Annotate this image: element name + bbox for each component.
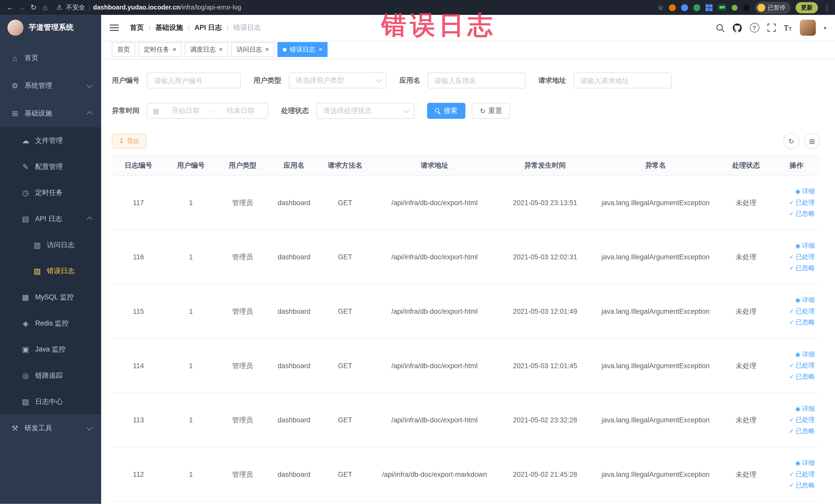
bookmark-star-icon[interactable]: ☆ — [657, 3, 664, 11]
extension-paw-icon[interactable] — [743, 4, 750, 11]
ignored-link[interactable]: ✓已忽略 — [777, 208, 815, 220]
home-icon[interactable]: ⌂ — [40, 3, 51, 12]
tab-scheduled-jobs[interactable]: 定时任务× — [138, 42, 182, 57]
sidebar-item-mysql-monitor[interactable]: ▦ MySQL 监控 — [0, 284, 101, 310]
processed-link[interactable]: ✓已处理 — [777, 251, 815, 263]
breadcrumb-home[interactable]: 首页 — [130, 23, 144, 32]
column-settings-button[interactable]: ⊞ — [804, 133, 820, 149]
sidebar-item-api-logs[interactable]: ▤ API 日志 — [0, 206, 101, 232]
cell-exception: java.lang.IllegalArgumentException — [592, 176, 719, 230]
app-name-input[interactable] — [428, 73, 526, 88]
cloud-file-icon: ☁ — [21, 136, 30, 144]
log-icon: ▤ — [21, 215, 30, 223]
detail-link[interactable]: ◉详细 — [777, 403, 815, 415]
url-text[interactable]: dashboard.yudao.iocoder.cn/infra/log/api… — [93, 4, 241, 11]
cell-method: GET — [320, 284, 371, 339]
table-row: 113 1 管理员 dashboard GET /api/infra/db-do… — [112, 393, 820, 447]
ignored-link[interactable]: ✓已忽略 — [777, 317, 815, 328]
sidebar-item-infrastructure[interactable]: ⊞ 基础设施 — [0, 100, 101, 127]
cell-exception: java.lang.IllegalArgumentException — [592, 393, 719, 447]
search-button[interactable]: 搜索 — [427, 103, 465, 119]
close-icon[interactable]: × — [172, 46, 176, 53]
filter-row-2: 异常时间 ▦ 开始日期 - 结束日期 处理状态 请选择处理状态 — [112, 103, 820, 119]
font-size-icon[interactable]: TT — [784, 24, 792, 32]
extension-blue-icon[interactable] — [681, 4, 688, 11]
profile-chip[interactable]: 已暂停 — [755, 2, 790, 13]
sidebar-item-access-log[interactable]: ▥ 访问日志 — [0, 231, 101, 258]
sidebar-item-java-monitor[interactable]: ▣ Java 监控 — [0, 336, 101, 362]
address-bar[interactable]: ⚠ 不安全 dashboard.yudao.iocoder.cn/infra/l… — [57, 3, 657, 12]
security-label[interactable]: 不安全 — [66, 3, 85, 12]
user-id-input[interactable] — [147, 73, 241, 88]
sidebar-item-scheduled-jobs[interactable]: ◷ 定时任务 — [0, 180, 101, 206]
export-button[interactable]: ↧ 导出 — [112, 134, 147, 149]
search-icon[interactable] — [716, 23, 725, 32]
breadcrumb-infrastructure[interactable]: 基础设施 — [155, 23, 183, 32]
sidebar-item-dev-tools[interactable]: ⚒ 研发工具 — [0, 415, 101, 442]
detail-link[interactable]: ◉详细 — [777, 186, 815, 197]
refresh-table-button[interactable]: ↻ — [783, 133, 799, 149]
chevron-down-icon — [403, 107, 409, 113]
extension-orange-icon[interactable] — [669, 4, 676, 11]
detail-link[interactable]: ◉详细 — [777, 458, 815, 469]
update-button[interactable]: 更新 — [795, 2, 818, 13]
forward-icon[interactable]: → — [16, 3, 28, 12]
breadcrumb-api-logs[interactable]: API 日志 — [195, 23, 222, 32]
tab-home[interactable]: 首页 — [112, 42, 135, 57]
back-icon[interactable]: ← — [4, 3, 16, 12]
github-icon[interactable] — [733, 23, 741, 32]
eye-icon: ◉ — [795, 295, 800, 306]
tab-access-log[interactable]: 访问日志× — [231, 42, 274, 57]
sidebar-item-file-management[interactable]: ☁ 文件管理 — [0, 127, 101, 154]
help-icon[interactable]: ? — [750, 23, 759, 32]
sidebar-item-home[interactable]: ⌂ 首页 — [0, 44, 101, 72]
processed-link[interactable]: ✓已处理 — [777, 469, 815, 480]
sidebar-item-trace[interactable]: ◎ 链路追踪 — [0, 362, 101, 388]
processed-link[interactable]: ✓已处理 — [777, 415, 815, 426]
fullscreen-icon[interactable] — [767, 23, 776, 32]
detail-link[interactable]: ◉详细 — [777, 295, 815, 306]
close-icon[interactable]: × — [219, 46, 223, 53]
cell-log-id: 117 — [112, 176, 165, 230]
sidebar-item-error-log[interactable]: ▨ 错误日志 — [0, 258, 101, 284]
tab-dispatch-log[interactable]: 调度日志× — [185, 42, 228, 57]
processed-link[interactable]: ✓已处理 — [777, 306, 815, 317]
sidebar-menu: ⌂ 首页 ⚙ 系统管理 ⊞ 基础设施 ☁ 文件管理 — [0, 41, 101, 442]
extension-grid-icon[interactable] — [706, 4, 713, 11]
sidebar-item-redis-monitor[interactable]: ◈ Redis 监控 — [0, 310, 101, 336]
ignored-link[interactable]: ✓已忽略 — [777, 371, 815, 383]
table-row: 114 1 管理员 dashboard GET /api/infra/db-do… — [112, 338, 820, 393]
reset-button[interactable]: ↻ 重置 — [472, 103, 510, 119]
filter-row-1: 用户编号 用户类型 请选择用户类型 应用名 — [112, 73, 820, 88]
request-url-input[interactable] — [573, 73, 672, 88]
extension-leaf-icon[interactable] — [732, 5, 738, 11]
user-avatar[interactable] — [800, 20, 816, 36]
date-range-picker[interactable]: ▦ 开始日期 - 结束日期 — [147, 103, 268, 119]
app-logo[interactable]: 芋道管理系统 — [0, 15, 101, 41]
close-icon[interactable]: × — [265, 46, 269, 53]
ignored-link[interactable]: ✓已忽略 — [777, 263, 815, 274]
extension-on-badge[interactable]: on — [718, 4, 727, 11]
detail-link[interactable]: ◉详细 — [777, 349, 815, 360]
close-icon[interactable]: × — [319, 46, 322, 53]
pencil-icon: ✎ — [21, 162, 30, 171]
browser-menu-icon[interactable]: ⋮ — [823, 3, 831, 11]
processed-link[interactable]: ✓已处理 — [777, 197, 815, 208]
hamburger-icon[interactable] — [109, 22, 121, 33]
tab-error-log[interactable]: 错误日志× — [278, 42, 328, 57]
user-type-select[interactable]: 请选择用户类型 — [288, 73, 387, 88]
sidebar-item-log-center[interactable]: ▧ 日志中心 — [0, 388, 101, 415]
process-status-select[interactable]: 请选择处理状态 — [316, 103, 414, 119]
caret-down-icon[interactable]: ▾ — [824, 25, 826, 31]
ignored-link[interactable]: ✓已忽略 — [777, 480, 815, 491]
sidebar-item-config-management[interactable]: ✎ 配置管理 — [0, 153, 101, 180]
extension-green-icon[interactable] — [694, 4, 700, 11]
sidebar-item-system-management[interactable]: ⚙ 系统管理 — [0, 72, 101, 100]
logo-image — [7, 20, 23, 36]
ignored-link[interactable]: ✓已忽略 — [777, 426, 815, 437]
processed-link[interactable]: ✓已处理 — [777, 360, 815, 371]
reload-icon[interactable]: ↻ — [28, 3, 40, 12]
cell-log-id: 116 — [112, 230, 165, 284]
detail-link[interactable]: ◉详细 — [777, 240, 815, 251]
filter-exception-time: 异常时间 ▦ 开始日期 - 结束日期 — [112, 103, 268, 119]
